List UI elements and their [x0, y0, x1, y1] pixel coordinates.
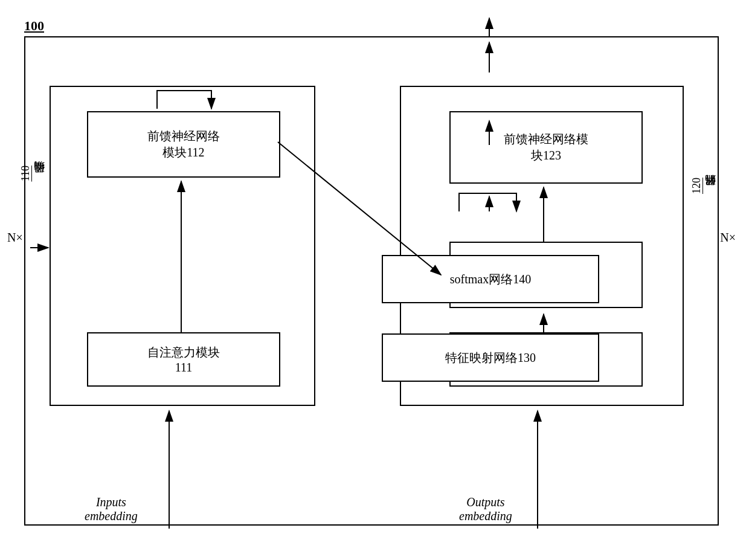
inputs-embedding-label: Inputs embedding	[85, 495, 138, 523]
inputs-line2: embedding	[85, 509, 138, 523]
encoder-box: 编码器 110 自注意力模块 111 前馈神经网络 模块112	[50, 86, 315, 406]
decoder-feedforward-box: 前馈神经网络模 块123	[449, 111, 643, 184]
decoder-number: 120	[690, 178, 702, 194]
outputs-line2: embedding	[459, 509, 512, 523]
outputs-embedding-label: Outputs embedding	[459, 495, 512, 523]
outer-box: N× 编码器 110 自注意力模块 111 前馈神经网络 模块112	[24, 36, 719, 526]
nx-label-encoder: N×	[7, 231, 23, 245]
feature-mapping-label: 特征映射网络130	[445, 350, 536, 366]
decoder-ff-line2: 块123	[504, 147, 588, 164]
diagram-container: 100 N× 编码器 110 自注意力模块 111 前馈神经网络	[18, 12, 731, 544]
encoder-self-attention-box: 自注意力模块 111	[87, 332, 280, 387]
decoder-ff-line1: 前馈神经网络模	[504, 131, 588, 147]
encoder-feedforward-box: 前馈神经网络 模块112	[87, 111, 280, 178]
encoder-number: 110	[19, 166, 31, 181]
softmax-label: softmax网络140	[450, 271, 531, 288]
inputs-line1: Inputs	[85, 495, 138, 509]
feature-mapping-box: 特征映射网络130	[382, 333, 599, 382]
main-label: 100	[24, 18, 44, 34]
encoder-self-attention-line2: 111	[147, 361, 220, 375]
encoder-ff-line1: 前馈神经网络	[147, 128, 220, 144]
softmax-box: softmax网络140	[382, 255, 599, 303]
outputs-line1: Outputs	[459, 495, 512, 509]
encoder-self-attention-line1: 自注意力模块	[147, 344, 220, 361]
nx-label-decoder: N×	[720, 231, 736, 245]
encoder-ff-line2: 模块112	[147, 144, 220, 161]
